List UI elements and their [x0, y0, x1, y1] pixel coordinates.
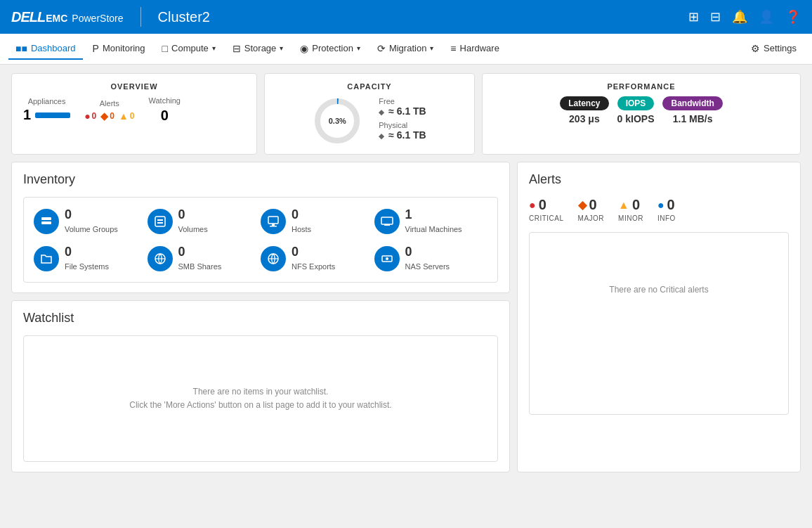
alert-major-row: ◆ 0	[578, 197, 605, 213]
volume-groups-icon	[34, 209, 59, 234]
overview-watching: Watching 0	[149, 96, 181, 124]
info-label: INFO	[657, 214, 676, 222]
smb-info: 0 SMB Shares	[178, 245, 222, 272]
svg-rect-6	[157, 222, 163, 224]
capacity-stats: Free ◆ ≈ 6.1 TB Physical ◆ ≈ 6.1 TB	[379, 97, 426, 145]
nav-item-hardware[interactable]: ≡ Hardware	[443, 39, 506, 60]
storage-icon: ⊟	[233, 43, 241, 54]
alert-info-item[interactable]: ● 0 INFO	[657, 197, 676, 222]
perf-iops: IOPS 0 kIOPS	[617, 96, 655, 124]
watching-label: Watching	[149, 96, 181, 105]
nav-item-settings[interactable]: ⚙ Settings	[744, 39, 804, 60]
nav-item-dashboard[interactable]: ■■ Dashboard	[8, 39, 83, 60]
svg-rect-5	[157, 219, 163, 221]
nav-item-protection[interactable]: ◉ Protection ▾	[293, 39, 367, 60]
alert-major-item[interactable]: ◆ 0 MAJOR	[578, 197, 605, 222]
inventory-row-2: 0 File Systems 0 SMB Shares	[34, 245, 487, 272]
cluster-name: Cluster2	[158, 9, 210, 25]
alert-minor-item[interactable]: ▲ 0 MINOR	[618, 197, 643, 222]
inventory-item-volume-groups[interactable]: 0 Volume Groups	[34, 207, 148, 235]
nas-icon	[374, 246, 400, 271]
major-count: 0	[589, 197, 597, 213]
left-column: Inventory 0 Volume Groups	[11, 162, 510, 472]
overview-panel: OVERVIEW Appliances 1 Alerts ● 0	[11, 73, 257, 155]
hosts-icon	[261, 209, 286, 234]
right-column: Alerts ● 0 CRITICAL ◆ 0 MA	[517, 162, 801, 472]
svg-rect-4	[155, 217, 165, 226]
protection-dropdown-arrow: ▾	[357, 44, 360, 52]
monitoring-icon: P	[93, 43, 99, 54]
inventory-item-vms[interactable]: 1 Virtual Machines	[374, 207, 488, 235]
physical-label: Physical	[379, 121, 426, 129]
inventory-title: Inventory	[23, 172, 498, 187]
inventory-row-1: 0 Volume Groups 0 Volumes	[34, 207, 487, 235]
watchlist-box: There are no items in your watchlist. Cl…	[23, 335, 498, 462]
svg-point-17	[386, 257, 388, 260]
inventory-item-nas[interactable]: 0 NAS Servers	[374, 245, 488, 272]
performance-title: PERFORMANCE	[494, 82, 789, 91]
smb-label: SMB Shares	[178, 262, 222, 271]
alert-critical-item[interactable]: ● 0 CRITICAL	[529, 197, 564, 222]
inventory-item-filesystems[interactable]: 0 File Systems	[34, 245, 148, 272]
hardware-icon: ≡	[450, 43, 456, 54]
inventory-grid: 0 Volume Groups 0 Volumes	[23, 197, 498, 283]
volumes-label: Volumes	[178, 225, 208, 233]
dell-emc-logo: D E LL EMC PowerStore	[11, 9, 124, 25]
appliances-label: Appliances	[23, 97, 70, 105]
header-left: D E LL EMC PowerStore Cluster2	[11, 7, 210, 27]
appliances-sub: 1	[23, 107, 70, 123]
volume-groups-info: 0 Volume Groups	[65, 207, 118, 235]
watchlist-title: Watchlist	[23, 311, 498, 326]
alert-critical-count: 0	[92, 111, 97, 121]
nfs-label: NFS Exports	[292, 262, 335, 271]
free-bullet: ◆	[379, 108, 384, 116]
list-icon[interactable]: ⊟	[710, 9, 721, 25]
nav-item-migration[interactable]: ⟳ Migration ▾	[370, 39, 440, 60]
alerts-title: Alerts	[529, 172, 789, 187]
alert-minor-count: 0	[130, 111, 135, 121]
physical-value: ◆ ≈ 6.1 TB	[379, 129, 426, 141]
settings-icon: ⚙	[751, 43, 760, 54]
capacity-inner: 0.3% Free ◆ ≈ 6.1 TB Physical ◆	[276, 96, 463, 146]
watching-value: 0	[149, 108, 181, 124]
alert-minor-row: ▲ 0	[618, 197, 643, 213]
latency-value: 203 μs	[560, 113, 608, 124]
inventory-item-volumes[interactable]: 0 Volumes	[148, 207, 261, 235]
nfs-icon	[261, 246, 286, 271]
user-icon[interactable]: 👤	[759, 9, 774, 25]
inventory-item-smb[interactable]: 0 SMB Shares	[148, 245, 261, 272]
alerts-box: There are no Critical alerts	[529, 232, 789, 415]
nav-item-storage[interactable]: ⊟ Storage ▾	[225, 39, 291, 60]
alerts-panel: Alerts ● 0 CRITICAL ◆ 0 MA	[517, 162, 801, 472]
overview-alerts: Alerts ● 0 ◆ 0 ▲ 0	[84, 99, 134, 122]
bandwidth-badge: Bandwidth	[662, 96, 722, 110]
alerts-summary: ● 0 CRITICAL ◆ 0 MAJOR ▲	[529, 197, 789, 222]
alert-major-badge: ◆ 0	[100, 110, 114, 122]
header-divider	[140, 7, 141, 27]
svg-rect-11	[384, 224, 390, 226]
inventory-item-hosts[interactable]: 0 Hosts	[261, 207, 374, 235]
smb-count: 0	[178, 245, 222, 259]
overview-title: OVERVIEW	[23, 82, 245, 91]
nav-item-compute[interactable]: □ Compute ▾	[155, 39, 223, 60]
nav-bar: ■■ Dashboard P Monitoring □ Compute ▾ ⊟ …	[0, 34, 812, 65]
grid-icon[interactable]: ⊞	[688, 9, 699, 25]
bell-icon[interactable]: 🔔	[732, 9, 747, 25]
no-alerts-msg: There are no Critical alerts	[539, 243, 778, 337]
critical-label: CRITICAL	[529, 214, 564, 222]
vms-icon	[374, 209, 400, 234]
donut-label: 0.3%	[329, 117, 346, 125]
nfs-info: 0 NFS Exports	[292, 245, 335, 272]
nav-label-hardware: Hardware	[460, 43, 499, 53]
question-icon[interactable]: ❓	[785, 9, 801, 25]
lower-content: Inventory 0 Volume Groups	[11, 162, 801, 472]
capacity-free: Free ◆ ≈ 6.1 TB	[379, 97, 426, 117]
volumes-info: 0 Volumes	[178, 207, 208, 235]
nav-item-monitoring[interactable]: P Monitoring	[86, 39, 152, 60]
minor-label: MINOR	[618, 214, 643, 222]
inventory-item-nfs[interactable]: 0 NFS Exports	[261, 245, 374, 272]
iops-badge: IOPS	[617, 96, 655, 110]
nav-label-dashboard: Dashboard	[31, 43, 76, 53]
alert-critical-badge: ● 0	[84, 110, 96, 122]
alert-minor-badge: ▲ 0	[119, 110, 135, 122]
